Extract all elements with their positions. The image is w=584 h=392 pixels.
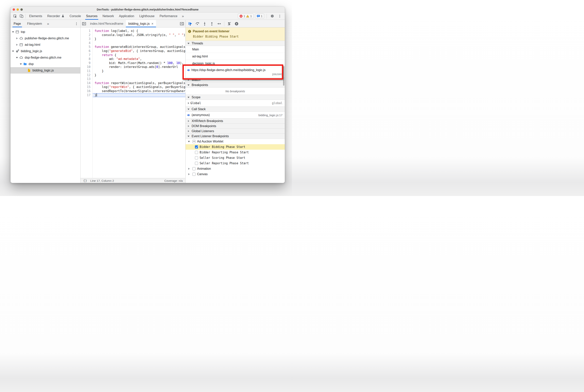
code-line[interactable]: log("generateBid", { interestGroup, auct…	[93, 49, 185, 53]
event-breakpoint-bidder-bidding-phase-start[interactable]: Bidder Bidding Phase Start	[186, 144, 285, 150]
line-number[interactable]: 7	[80, 53, 90, 57]
main-tab-application[interactable]: Application	[116, 12, 137, 20]
event-category-animation[interactable]: Animation	[186, 166, 285, 172]
chevron-right-icon[interactable]	[23, 69, 26, 72]
line-number[interactable]: 10	[80, 65, 90, 69]
scrollbar-thumb[interactable]	[283, 66, 284, 86]
chevron-right-icon[interactable]	[187, 130, 190, 132]
chevron-down-icon[interactable]	[187, 96, 190, 99]
section-header-xhr-fetch-breakpoints[interactable]: XHR/fetch Breakpoints	[186, 118, 285, 124]
checkbox-unchecked[interactable]	[195, 162, 198, 165]
chevron-down-icon[interactable]	[12, 30, 14, 33]
code-line[interactable]: function reportWin(auctionSignals, perBu…	[93, 81, 185, 85]
chevron-right-icon[interactable]	[187, 125, 190, 128]
checkbox-indeterminate[interactable]	[192, 140, 195, 143]
code-line[interactable]: sendReportTo(browserSignals.interestGrou…	[93, 89, 185, 93]
step-over-button[interactable]	[194, 21, 201, 27]
section-header-watch[interactable]: Watch	[186, 77, 285, 82]
line-number[interactable]: 14	[80, 81, 90, 85]
code-lines[interactable]: function log(label, o) { console.log(lab…	[93, 28, 185, 178]
resume-button[interactable]	[187, 21, 193, 27]
event-breakpoint-seller-reporting-phase-start[interactable]: Seller Reporting Phase Start	[186, 160, 285, 166]
line-number[interactable]: 17	[80, 93, 90, 97]
deactivate-breakpoints-button[interactable]	[226, 21, 232, 27]
code-line[interactable]: }	[93, 69, 185, 73]
section-header-event-listener-breakpoints[interactable]: Event Listener Breakpoints	[186, 134, 285, 139]
section-header-threads[interactable]: Threads	[186, 41, 285, 46]
chevron-down-icon[interactable]	[19, 63, 22, 66]
checkbox-unchecked[interactable]	[192, 167, 195, 170]
frame-location[interactable]: bidding_logic.js:17	[259, 114, 282, 117]
checkbox-unchecked[interactable]	[195, 151, 198, 154]
settings-button[interactable]	[269, 13, 275, 19]
issues-badge[interactable]: 1 1	[238, 14, 254, 19]
show-debugger-button[interactable]	[178, 20, 185, 27]
code-line[interactable]	[93, 41, 185, 45]
editor-tab-bidding-logic-js[interactable]: bidding_logic.js×	[126, 20, 156, 27]
section-header-scope[interactable]: Scope	[186, 94, 285, 100]
code-line[interactable]: render: interestGroup.ads[0].renderUrl	[93, 65, 185, 69]
sidebar-tab-page[interactable]: Page	[10, 20, 24, 27]
editor-tab-index-html-fencedframe[interactable]: index.html?fencedframe	[87, 20, 126, 27]
section-header-global-listeners[interactable]: Global Listeners	[186, 128, 285, 134]
code-editor[interactable]: 1234567891011121314151617 function log(l…	[80, 28, 185, 178]
scope-row-global[interactable]: Globalglobal	[186, 100, 285, 107]
line-number[interactable]: 13	[80, 77, 90, 81]
more-panels-button[interactable]: »	[180, 14, 186, 18]
line-number[interactable]: 4	[80, 41, 90, 45]
close-icon[interactable]: ×	[151, 22, 153, 26]
chevron-right-icon[interactable]	[187, 79, 190, 81]
event-breakpoint-seller-scoring-phase-start[interactable]: Seller Scoring Phase Start	[186, 155, 285, 160]
sidebar-more-tabs-button[interactable]: »	[45, 22, 51, 26]
chevron-down-icon[interactable]	[187, 42, 190, 45]
section-header-dom-breakpoints[interactable]: DOM Breakpoints	[186, 124, 285, 129]
line-number[interactable]: 15	[80, 85, 90, 89]
checkbox-unchecked[interactable]	[192, 173, 195, 176]
code-line[interactable]: }	[93, 73, 185, 77]
section-header-call-stack[interactable]: Call Stack	[186, 106, 285, 112]
chevron-right-icon[interactable]	[15, 44, 18, 46]
sidebar-tab-filesystem[interactable]: Filesystem	[24, 20, 45, 27]
event-category-ad-auction-worklet[interactable]: Ad Auction Worklet	[186, 139, 285, 144]
zoom-window-button[interactable]	[20, 8, 23, 11]
tree-item-bidding-logic-js[interactable]: bidding_logic.js	[10, 48, 80, 54]
main-tab-sources[interactable]: Sources	[83, 12, 100, 20]
step-into-button[interactable]	[202, 21, 208, 27]
tree-item-publisher-fledge-demo-glitch-me[interactable]: publisher-fledge-demo.glitch.me	[10, 35, 80, 42]
tree-item-ad-tag-html[interactable]: ad-tag.html	[10, 42, 80, 48]
tree-item-dsp[interactable]: dsp	[10, 61, 80, 67]
checkbox-checked[interactable]	[195, 146, 198, 148]
code-line[interactable]: function generateBid(interestGroup, auct…	[93, 45, 185, 49]
line-number[interactable]: 9	[80, 61, 90, 65]
code-line[interactable]: console.log(label, JSON.stringify(o, " "…	[93, 33, 185, 37]
minimize-window-button[interactable]	[16, 8, 19, 11]
main-tab-elements[interactable]: Elements	[27, 12, 45, 20]
line-number-gutter[interactable]: 1234567891011121314151617	[80, 28, 93, 178]
line-number[interactable]: 16	[80, 89, 90, 93]
line-number[interactable]: 2	[80, 33, 90, 37]
code-line-highlighted[interactable]: }	[93, 93, 185, 97]
line-number[interactable]: 5	[80, 45, 90, 49]
step-button[interactable]	[216, 21, 222, 27]
call-stack-frame[interactable]: (anonymous)bidding_logic.js:17	[186, 112, 285, 118]
main-tab-recorder[interactable]: Recorder	[45, 12, 67, 20]
thread-row[interactable]: decision_logic.js	[186, 60, 285, 67]
sidebar-menu-button[interactable]	[73, 21, 79, 27]
main-tab-console[interactable]: Console	[67, 12, 84, 20]
section-header-breakpoints[interactable]: Breakpoints	[186, 82, 285, 88]
titlebar[interactable]: DevTools - publisher-fledge-demo.glitch.…	[10, 6, 285, 12]
line-number[interactable]: 1	[80, 29, 90, 33]
inspect-element-button[interactable]	[12, 13, 18, 19]
chevron-right-icon[interactable]	[187, 120, 190, 122]
thread-row-paused[interactable]: https://dsp-fledge-demo.glitch.me/dsp/bi…	[186, 67, 285, 78]
main-tab-performance[interactable]: Performance	[157, 12, 180, 20]
hide-navigator-button[interactable]	[80, 20, 87, 27]
close-window-button[interactable]	[13, 8, 15, 11]
thread-row[interactable]: ad-tag.html	[186, 53, 285, 60]
code-line[interactable]: ad: "ad-metadata",	[93, 57, 185, 61]
device-toolbar-button[interactable]	[18, 13, 24, 19]
code-line[interactable]: return {	[93, 53, 185, 57]
code-line[interactable]: function log(label, o) {	[93, 29, 185, 33]
tree-item-top[interactable]: top	[10, 28, 80, 35]
code-line[interactable]	[93, 77, 185, 81]
